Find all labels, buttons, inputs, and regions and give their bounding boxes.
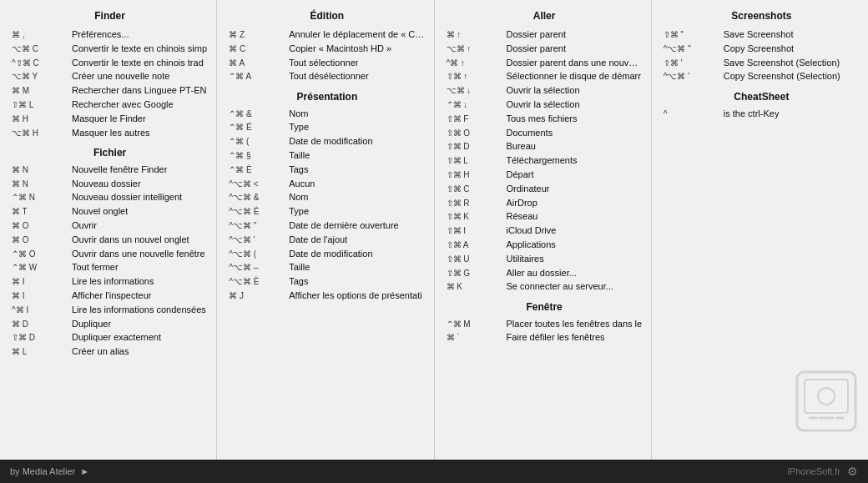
shortcut-row: ⌃⌘ (Date de modification — [229, 135, 425, 147]
shortcut-row: ⇧⌘ AApplications — [447, 239, 643, 250]
key-combo: ⌘ D — [12, 319, 72, 330]
shortcut-label: Se connecter au serveur... — [507, 280, 613, 292]
key-combo: ⇧⌘ U — [447, 254, 507, 264]
shortcut-label: Nouveau dossier intelligent — [72, 191, 182, 203]
key-combo: ⇧⌘ D — [12, 332, 72, 343]
shortcut-label: Save Screenshot (Selection) — [724, 57, 840, 68]
shortcut-row: ⌘ KSe connecter au serveur... — [447, 280, 643, 292]
shortcut-row: ⇧⌘ "Save Screenshot — [664, 28, 860, 40]
shortcut-label: Sélectionner le disque de démarr — [507, 70, 641, 82]
shortcut-row: ⇧⌘ LRechercher avec Google — [12, 98, 208, 110]
shortcut-label: Convertir le texte en chinois simp — [72, 43, 207, 54]
key-combo: ⌃⌘ & — [229, 108, 289, 119]
key-combo: ⌘ H — [12, 113, 72, 124]
shortcut-row: ⌘ NNouvelle fenêtre Finder — [12, 164, 208, 175]
key-combo: ⌘ L — [12, 346, 72, 357]
shortcut-row: ⇧⌘ DBureau — [447, 140, 643, 152]
shortcut-label: Afficher les options de présentati — [289, 289, 421, 301]
shortcut-row: ⌃⌘ MPlacer toutes les fenêtres dans le — [447, 318, 643, 330]
shortcut-label: Annuler le déplacement de « Cap — [289, 28, 425, 40]
shortcut-label: Date de dernière ouverture — [289, 219, 398, 231]
shortcut-label: Nouveau dossier — [72, 178, 141, 189]
arrow-icon[interactable]: ► — [80, 466, 89, 476]
shortcut-row: ⇧⌘ IiCloud Drive — [447, 224, 643, 236]
shortcut-row: ⇧⌘ ↑Sélectionner le disque de démarr — [447, 70, 643, 82]
shortcut-label: Bureau — [507, 140, 536, 152]
shortcut-row: ⌥⌘ CConvertir le texte en chinois simp — [12, 43, 208, 54]
shortcut-label: Ouvrir la sélection — [507, 98, 580, 110]
shortcut-label: Afficher l'inspecteur — [72, 289, 151, 301]
shortcut-row: ^is the ctrl-Key — [664, 108, 860, 119]
shortcut-label: Date de modification — [289, 248, 372, 259]
shortcut-row: ⌘ JAfficher les options de présentati — [229, 289, 425, 301]
shortcut-row: ^⇧⌘ CConvertir le texte en chinois trad — [12, 57, 208, 68]
key-combo: ⌃⌘ § — [229, 150, 289, 161]
cheatsheet-title: CheatSheet — [664, 91, 860, 103]
shortcut-label: Taille — [289, 149, 310, 161]
shortcut-row: ^⌥⌘ 'Date de l'ajout — [229, 234, 425, 245]
key-combo: ⇧⌘ R — [447, 198, 507, 209]
shortcut-row: ⌘ ↑Dossier parent — [447, 28, 643, 40]
shortcut-row: ⌃⌘ §Taille — [229, 149, 425, 161]
shortcut-row: ⌘ OOuvrir — [12, 219, 208, 231]
shortcut-row: ⇧⌘ DDupliquer exactement — [12, 331, 208, 343]
shortcut-label: Nouvel onglet — [72, 205, 128, 217]
shortcut-row: ⇧⌘ COrdinateur — [447, 183, 643, 194]
shortcut-row: ⌃⌘ ÉType — [229, 121, 425, 133]
shortcut-label: Date de l'ajout — [289, 234, 347, 245]
shortcut-row: ⇧⌘ UUtilitaires — [447, 253, 643, 264]
shortcut-row: ⇧⌘ LTéléchargements — [447, 154, 643, 166]
shortcut-row: ⌘ OOuvrir dans un nouvel onglet — [12, 234, 208, 245]
shortcut-row: ⌘ ZAnnuler le déplacement de « Cap — [229, 28, 425, 40]
shortcut-row: ⇧⌘ RAirDrop — [447, 197, 643, 209]
shortcut-row: ^⌥⌘ "Copy Screenshot — [664, 43, 860, 54]
key-combo: ⌥⌘ C — [12, 43, 72, 54]
fichier-title: Fichier — [12, 147, 208, 158]
shortcut-label: Copy Screenshot — [724, 43, 794, 54]
key-combo: ⌘ O — [12, 220, 72, 231]
shortcut-label: Réseau — [507, 210, 538, 222]
shortcut-label: Dossier parent dans une nouvelle — [507, 57, 643, 68]
shortcut-label: Dossier parent — [507, 43, 567, 54]
shortcut-row: ^⌥⌘ ÉType — [229, 205, 425, 217]
shortcut-row: ⌃⌘ WTout fermer — [12, 261, 208, 273]
key-combo: ⇧⌘ K — [447, 211, 507, 222]
shortcut-label: Copier « Macintosh HD » — [289, 43, 391, 54]
key-combo: ⇧⌘ L — [12, 99, 72, 110]
shortcut-row: ⌥⌘ ↓Ouvrir la sélection — [447, 84, 643, 96]
key-combo: ⌥⌘ ↓ — [447, 85, 507, 96]
key-combo: ⌘ A — [229, 58, 289, 68]
shortcut-row: ⇧⌘ 'Save Screenshot (Selection) — [664, 57, 860, 68]
shortcut-label: AirDrop — [507, 197, 537, 209]
shortcut-row: ⌘ ,Préférences... — [12, 28, 208, 40]
shortcut-row: ⌥⌘ HMasquer les autres — [12, 127, 208, 138]
shortcut-label: Type — [289, 121, 309, 133]
shortcut-label: Ouvrir la sélection — [507, 84, 580, 96]
key-combo: ⌥⌘ H — [12, 128, 72, 138]
shortcut-row: ^⌥⌘ 'Copy Screenshot (Selection) — [664, 70, 860, 82]
key-combo: ^⌥⌘ É — [229, 206, 289, 217]
shortcut-label: Applications — [507, 239, 556, 250]
key-combo: ⇧⌘ ' — [664, 58, 724, 68]
shortcut-row: ^⌘ ILire les informations condensées — [12, 304, 208, 315]
shortcut-label: Aucun — [289, 178, 315, 189]
key-combo: ⌥⌘ ↑ — [447, 43, 507, 54]
key-combo: ⌥⌘ Y — [12, 71, 72, 82]
footer: by Media Atelier ► iPhoneSoft.fr ⚙ — [0, 460, 868, 483]
shortcut-label: Tout sélectionner — [289, 57, 358, 68]
shortcut-row: ⌃⌘ ÈTags — [229, 164, 425, 175]
key-combo: ^⌥⌘ & — [229, 192, 289, 203]
shortcut-row: ⌃⌘ &Nom — [229, 108, 425, 119]
shortcut-label: Tags — [289, 275, 308, 287]
shortcut-row: ⌘ ILire les informations — [12, 275, 208, 287]
key-combo: ⇧⌘ ↑ — [447, 71, 507, 82]
gear-icon[interactable]: ⚙ — [847, 465, 858, 478]
key-combo: ⌃⌘ É — [229, 122, 289, 133]
key-combo: ⌘ C — [229, 43, 289, 54]
shortcut-label: iCloud Drive — [507, 224, 557, 236]
shortcut-row: ^⌥⌘ "Date de dernière ouverture — [229, 219, 425, 231]
shortcut-row: ⌘ NNouveau dossier — [12, 178, 208, 189]
key-combo: ⇧⌘ F — [447, 113, 507, 124]
aller-column: Aller ⌘ ↑Dossier parent ⌥⌘ ↑Dossier pare… — [435, 0, 652, 460]
key-combo: ^⌥⌘ È — [229, 276, 289, 287]
